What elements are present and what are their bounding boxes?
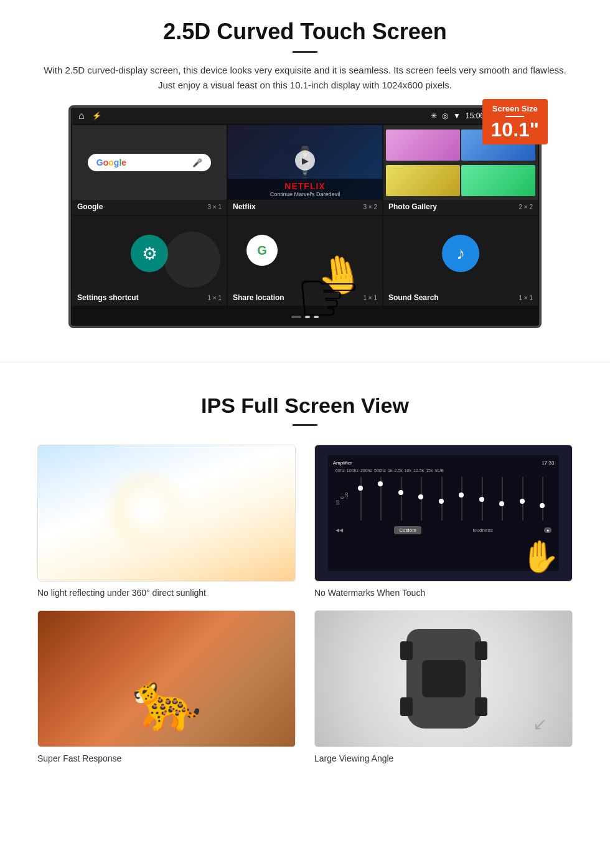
google-logo: Google [96, 158, 126, 167]
eq-bar-8 [492, 477, 511, 521]
section-curved-touch: 2.5D Curved Touch Screen With 2.5D curve… [0, 0, 610, 343]
device-screen: ⌂ ⚡ ✳ ◎ ▼ 15:06 ⊡ ◁) ⊠ ▭ [68, 105, 542, 328]
settings-app-name: Settings shortcut [77, 293, 139, 302]
settings-icon: ⚙ [131, 235, 168, 272]
amp-loudness-label: loudness [472, 527, 492, 533]
device-mockup: Screen Size 10.1" ⌂ ⚡ ✳ ◎ ▼ 15:06 ⊡ ◁) ⊠ [68, 105, 542, 328]
settings-app-size: 1 × 1 [207, 295, 222, 301]
feature-img-car: ↙ [314, 610, 573, 747]
feature-label-car: Large Viewing Angle [314, 753, 573, 763]
app-cell-google[interactable]: Google 🎤 Google 3 × 1 [72, 125, 227, 215]
gallery-thumb-3 [386, 165, 460, 196]
google-maps-icon: G [246, 235, 278, 266]
mic-icon[interactable]: 🎤 [192, 158, 202, 167]
time-display: 15:06 [466, 111, 484, 120]
app-cell-netflix[interactable]: 🕴 ▶ NETFLIX Continue Marvel's Daredevil … [228, 125, 382, 215]
wheel-front-left [400, 641, 413, 660]
eq-bar-6 [452, 477, 471, 521]
eq-bar-3 [392, 477, 410, 521]
feature-cheetah: 🐆 Super Fast Response [37, 610, 296, 763]
section-divider [0, 362, 610, 362]
feature-img-sunlight [37, 445, 296, 582]
gallery-label: Photo Gallery 2 × 2 [383, 200, 538, 215]
feature-car: ↙ Large Viewing Angle [314, 610, 573, 763]
netflix-app-name: Netflix [233, 202, 256, 211]
google-search-bar[interactable]: Google 🎤 [88, 154, 211, 171]
section-ips: IPS Full Screen View No light reflecting… [0, 381, 610, 782]
netflix-cell-top: 🕴 ▶ NETFLIX Continue Marvel's Daredevil [228, 125, 382, 200]
dot-3 [314, 316, 319, 318]
bluetooth-icon: ✳ [431, 111, 437, 120]
app-cell-share[interactable]: G 🤚 Share location 1 × 1 [228, 216, 382, 306]
netflix-play-btn[interactable]: ▶ [295, 151, 315, 171]
badge-divider [505, 116, 524, 117]
dot-indicator [291, 311, 319, 321]
sound-cell-top: ♪ [383, 216, 538, 291]
amp-time: 17:33 [542, 460, 554, 466]
section2-title: IPS Full Screen View [37, 394, 573, 418]
car-windshield [422, 660, 466, 697]
section2-divider [293, 424, 317, 426]
badge-size: 10.1" [491, 118, 539, 141]
device-footer [71, 307, 539, 326]
app-cell-settings[interactable]: ⚙ Settings shortcut 1 × 1 [72, 216, 227, 306]
gallery-thumb-1 [386, 130, 460, 161]
sound-app-name: Sound Search [388, 293, 439, 302]
app-cell-sound[interactable]: ♪ Sound Search 1 × 1 [383, 216, 538, 306]
gallery-app-size: 2 × 2 [518, 204, 533, 210]
share-app-size: 1 × 1 [363, 295, 377, 301]
settings-label: Settings shortcut 1 × 1 [72, 291, 227, 306]
device-statusbar: ⌂ ⚡ ✳ ◎ ▼ 15:06 ⊡ ◁) ⊠ ▭ [71, 108, 539, 124]
eq-bar-1 [351, 477, 370, 521]
netflix-logo-text: NETFLIX [233, 181, 377, 191]
eq-bar-5 [432, 477, 451, 521]
sound-icon: ♪ [442, 235, 479, 272]
usb-icon: ⚡ [92, 111, 101, 120]
wheel-rear-right [475, 697, 487, 716]
eq-bar-10 [533, 477, 551, 521]
cheetah-emoji: 🐆 [132, 669, 202, 734]
amp-footer: ◀◀ Custom loudness ● [333, 526, 555, 534]
sound-app-size: 1 × 1 [518, 295, 533, 301]
statusbar-left: ⌂ ⚡ [78, 110, 101, 121]
car-angle-icon: ↙ [533, 714, 547, 734]
eq-bar-7 [472, 477, 490, 521]
screen-size-badge: Screen Size 10.1" [482, 99, 548, 144]
wheel-rear-left [400, 697, 413, 716]
share-hand-icon: 🤚 [313, 249, 367, 301]
section1-description: With 2.5D curved-display screen, this de… [37, 63, 573, 93]
amp-equalizer [351, 477, 552, 521]
eq-bar-4 [411, 477, 430, 521]
gallery-thumb-4 [461, 165, 535, 196]
amp-statusbar: Amplifier 17:33 [333, 460, 555, 466]
feature-label-amplifier: No Watermarks When Touch [314, 588, 573, 598]
amp-toggle[interactable]: ● [544, 527, 551, 533]
settings-cell-top: ⚙ [72, 216, 227, 291]
amp-hand: ✋ [521, 539, 560, 575]
amp-custom-btn[interactable]: Custom [394, 526, 421, 534]
google-cell-top: Google 🎤 [72, 125, 227, 200]
amp-title: Amplifier [333, 460, 352, 466]
share-app-name: Share location [233, 293, 284, 302]
app-grid: Google 🎤 Google 3 × 1 [71, 124, 539, 307]
google-app-size: 3 × 1 [207, 204, 222, 210]
feature-amplifier: Amplifier 17:33 60hz100hz200hz500hz1k2.5… [314, 445, 573, 598]
dot-1 [291, 316, 301, 318]
feature-img-amplifier: Amplifier 17:33 60hz100hz200hz500hz1k2.5… [314, 445, 573, 582]
share-cell-top: G 🤚 [228, 216, 382, 291]
wheel-front-right [475, 641, 487, 660]
section1-divider [293, 51, 317, 53]
location-icon: ◎ [442, 111, 448, 120]
google-label: Google 3 × 1 [72, 200, 227, 215]
netflix-app-size: 3 × 2 [363, 204, 377, 210]
home-icon[interactable]: ⌂ [78, 110, 85, 121]
sound-label: Sound Search 1 × 1 [383, 291, 538, 306]
amp-side-labels: 100-10 [336, 493, 349, 505]
eq-bar-9 [512, 477, 531, 521]
wifi-icon: ▼ [453, 111, 461, 120]
settings-bg-circle [164, 232, 220, 288]
netflix-label: Netflix 3 × 2 [228, 200, 382, 215]
netflix-overlay: NETFLIX Continue Marvel's Daredevil [228, 179, 382, 200]
amp-freq-labels: 60hz100hz200hz500hz1k2.5k10k12.5k15kSUB [333, 468, 555, 473]
feature-label-cheetah: Super Fast Response [37, 753, 296, 763]
